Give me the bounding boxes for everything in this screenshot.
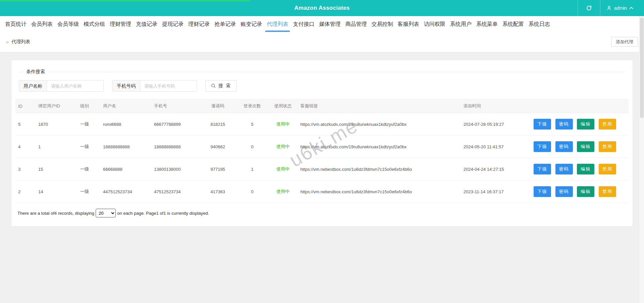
nav-item[interactable]: 理财管理 xyxy=(107,21,134,33)
disable-button[interactable]: 禁用 xyxy=(599,164,616,174)
cell-phone: 13800138000 xyxy=(151,158,199,181)
column-header: 使用状态 xyxy=(268,99,298,113)
content-card: 条件搜索 用户名称 手机号码 xyxy=(11,60,633,226)
nav-item[interactable]: 交易控制 xyxy=(369,21,395,33)
column-header: 绑定用户ID xyxy=(36,99,78,113)
nav-item[interactable]: 账变记录 xyxy=(238,21,264,33)
breadcrumb-row: » 代理列表 添加代理 xyxy=(0,33,644,52)
breadcrumb: » 代理列表 xyxy=(6,39,30,45)
user-menu[interactable]: admin xyxy=(600,0,639,16)
add-agent-button[interactable]: 添加代理 xyxy=(611,37,638,47)
cell-invite_code: 940662 xyxy=(199,136,236,158)
table-body: 5 1870 一级 romi6688 66677788899 818215 5 … xyxy=(15,113,629,203)
nav-item[interactable]: 理财记录 xyxy=(186,21,212,33)
cell-id: 4 xyxy=(15,136,36,158)
status-badge: 使用中 xyxy=(268,158,298,181)
search-button-label: 搜 索 xyxy=(218,83,231,89)
disable-button[interactable]: 禁用 xyxy=(599,141,616,152)
nav-item[interactable]: 模式分组 xyxy=(81,21,107,33)
header-actions: admin xyxy=(578,0,639,16)
cell-link: https://vm.atozkuds.com/19ru8urwknuax1kd… xyxy=(298,113,461,136)
disable-button[interactable]: 禁用 xyxy=(599,186,616,197)
cell-username: 66668888 xyxy=(100,158,151,181)
nav-item[interactable]: 支付接口 xyxy=(291,21,317,33)
username-input-group: 用户名称 xyxy=(19,80,104,92)
cell-username: 18888888888 xyxy=(100,136,151,158)
cell-phone: 47512523734 xyxy=(151,181,199,203)
chevron-up-icon xyxy=(629,7,633,9)
search-button[interactable]: 搜 索 xyxy=(205,80,237,92)
app-title: Amazon Associates xyxy=(0,0,644,16)
cell-invite_code: 977195 xyxy=(199,158,236,181)
nav-item[interactable]: 系统菜单 xyxy=(474,21,500,33)
cell-level: 一级 xyxy=(78,158,100,181)
edit-button[interactable]: 编辑 xyxy=(577,119,594,130)
cell-id: 3 xyxy=(15,158,36,181)
nav-item[interactable]: 系统配置 xyxy=(500,21,526,33)
cell-bind_user_id: 15 xyxy=(36,158,78,181)
column-header xyxy=(528,99,629,113)
nav-item[interactable]: 系统用户 xyxy=(448,21,474,33)
cell-link: https://vm.atozkuds.com/19ru8urwknuax1kd… xyxy=(298,136,461,158)
password-button[interactable]: 密码 xyxy=(555,119,573,130)
nav-item[interactable]: 充值记录 xyxy=(134,21,160,33)
column-header: ID xyxy=(15,99,36,113)
cell-invite_code: 818215 xyxy=(199,113,236,136)
cell-added_time: 2024-07-28 05:19:27 xyxy=(461,113,528,136)
cell-id: 2 xyxy=(15,181,36,203)
sub-agent-button[interactable]: 下级 xyxy=(534,119,551,130)
page: Amazon Associates admin xyxy=(0,0,644,303)
nav-item[interactable]: 访问权限 xyxy=(422,21,448,33)
edit-button[interactable]: 编辑 xyxy=(577,141,594,152)
nav-item[interactable]: 系统日志 xyxy=(526,21,552,33)
nav-item[interactable]: 代理列表 xyxy=(264,21,291,33)
sub-agent-button[interactable]: 下级 xyxy=(534,141,551,152)
password-button[interactable]: 密码 xyxy=(555,164,573,174)
column-header: 级别 xyxy=(78,99,100,113)
password-button[interactable]: 密码 xyxy=(555,141,573,152)
scrollbar-track[interactable] xyxy=(639,16,644,303)
status-badge: 使用中 xyxy=(268,113,298,136)
cell-username: 447512523734 xyxy=(100,181,151,203)
search-fieldset: 条件搜索 xyxy=(19,69,625,75)
table-row: 4 1 一级 18888888888 18888888888 940662 0 … xyxy=(15,136,629,158)
phone-input[interactable] xyxy=(140,81,197,91)
nav-item[interactable]: 抢单记录 xyxy=(212,21,238,33)
nav-item[interactable]: 会员列表 xyxy=(29,21,55,33)
pagination-prefix: There are a total of4 records, displayin… xyxy=(17,211,94,216)
page-title: 代理列表 xyxy=(11,39,30,45)
cell-login_count: 1 xyxy=(236,158,268,181)
edit-button[interactable]: 编辑 xyxy=(577,164,594,174)
cell-added_time: 2024-05-20 11:41:57 xyxy=(461,136,528,158)
sub-agent-button[interactable]: 下级 xyxy=(534,164,551,174)
scrollbar-thumb[interactable] xyxy=(640,17,644,118)
status-badge: 使用中 xyxy=(268,136,298,158)
username-label: 用户名称 xyxy=(19,81,47,91)
username: admin xyxy=(614,5,627,11)
cell-login_count: 0 xyxy=(236,136,268,158)
status-badge: 使用中 xyxy=(268,181,298,203)
nav-item[interactable]: 媒体管理 xyxy=(317,21,343,33)
main-nav: 首页统计会员列表会员等级模式分组理财管理充值记录提现记录理财记录抢单记录账变记录… xyxy=(0,16,644,33)
nav-item[interactable]: 客服列表 xyxy=(395,21,422,33)
column-header: 添加时间 xyxy=(461,99,528,113)
nav-item[interactable]: 商品管理 xyxy=(343,21,369,33)
table-header-row: ID绑定用户ID级别用户名手机号邀请码登录次数使用状态客服链接添加时间 xyxy=(15,99,629,113)
nav-item[interactable]: 提现记录 xyxy=(160,21,186,33)
cell-added_time: 2023-11-14 16:37:17 xyxy=(461,181,528,203)
edit-button[interactable]: 编辑 xyxy=(577,186,594,197)
breadcrumb-icon: » xyxy=(6,39,9,45)
phone-input-group: 手机号码 xyxy=(112,80,197,92)
password-button[interactable]: 密码 xyxy=(555,186,573,197)
nav-item[interactable]: 首页统计 xyxy=(3,21,29,33)
refresh-button[interactable] xyxy=(578,0,600,16)
sub-agent-button[interactable]: 下级 xyxy=(534,186,551,197)
username-input[interactable] xyxy=(47,81,103,91)
search-icon xyxy=(211,83,216,89)
page-size-select[interactable]: 20 xyxy=(96,209,116,217)
pagination-suffix: on each page. Page1 of1 is currently dis… xyxy=(117,211,209,216)
search-form: 用户名称 手机号码 搜 索 xyxy=(19,80,629,92)
nav-item[interactable]: 会员等级 xyxy=(55,21,81,33)
column-header: 客服链接 xyxy=(298,99,461,113)
disable-button[interactable]: 禁用 xyxy=(599,119,616,130)
